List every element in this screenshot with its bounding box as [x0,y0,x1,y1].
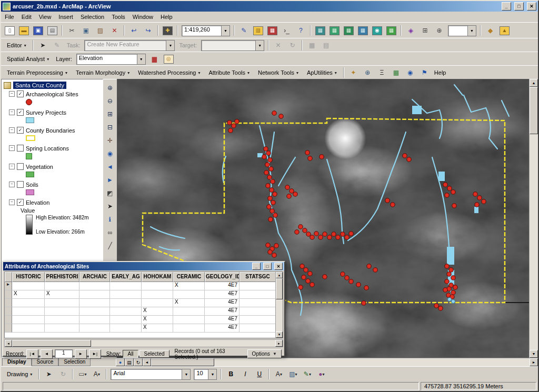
select-features-icon[interactable]: ◩ [104,187,117,199]
archaeological-site-marker[interactable] [362,301,366,305]
save-icon[interactable]: ▣ [32,24,45,37]
shape-tool-icon[interactable]: ▭▾ [76,368,89,380]
georeferencing-icon[interactable]: ▦ [314,24,327,37]
table-cell[interactable]: 4E7 [205,307,239,316]
map-scale-combo[interactable]: 1:419,260▼ [182,25,230,36]
italic-icon[interactable]: I [238,368,252,380]
archaeological-site-marker[interactable] [323,275,327,279]
attribute-table-titlebar[interactable]: Attributes of Archaeological Sites _ □ ✕ [3,262,284,270]
rotate-element-icon[interactable]: ↻ [56,368,69,380]
table-cell[interactable] [239,307,276,316]
archaeological-site-marker[interactable] [293,192,297,196]
globe-icon[interactable]: ◉ [404,66,417,79]
previous-record-button[interactable]: ◄ [41,349,53,359]
archaeological-site-marker[interactable] [447,272,451,276]
split-tool-icon[interactable]: ✕ [272,39,285,52]
table-cell[interactable] [79,282,110,290]
zoom-percent-combo[interactable]: ▼ [448,25,476,36]
task-combo-dropdown-icon[interactable]: ▼ [166,41,174,51]
flag-icon[interactable]: ⚑ [418,66,431,79]
fixed-zoom-out-icon[interactable]: ⊟ [104,121,117,134]
lock-icon[interactable]: ▲ [498,24,511,37]
survey-site-marker[interactable] [448,298,452,301]
archaeological-site-marker[interactable] [451,190,455,194]
arccatalog-icon[interactable]: ▥ [252,24,265,37]
archaeological-site-marker[interactable] [451,276,455,280]
column-header-hohokam[interactable]: HOHOKAM [142,272,173,282]
table-cell[interactable] [45,299,79,307]
attributes-dialog-icon[interactable]: ▦ [305,39,318,52]
row-selector[interactable] [5,307,12,316]
archaeological-site-marker[interactable] [268,158,272,162]
scroll-up-icon[interactable]: ▲ [530,79,538,87]
table-cell[interactable] [110,316,142,324]
table-cell[interactable]: X [173,299,205,307]
table-cell[interactable] [110,324,142,333]
archaeological-site-marker[interactable] [266,184,270,188]
bold-icon[interactable]: B [224,368,237,380]
archaeological-site-marker[interactable] [447,186,452,190]
archaeological-site-marker[interactable] [445,193,449,197]
archaeological-site-marker[interactable] [403,154,407,158]
archaeological-site-marker[interactable] [268,250,272,254]
target-combo-dropdown-icon[interactable]: ▼ [255,41,264,51]
archaeological-site-marker[interactable] [482,199,486,204]
paste-icon[interactable]: ▨ [94,24,107,37]
target-combo[interactable]: ▼ [201,40,264,51]
column-header-early_ag[interactable]: EARLY_AG [110,272,142,282]
attribute-table-window[interactable]: Attributes of Archaeological Sites _ □ ✕… [2,261,285,357]
toc-layer-soils[interactable]: −Soils [3,180,102,189]
font-combo-dropdown-icon[interactable]: ▼ [182,369,190,379]
table-cell[interactable] [45,307,79,316]
attr-horizontal-thumb[interactable] [12,340,91,347]
archaeological-site-marker[interactable] [235,119,239,124]
full-extent-icon[interactable]: ◉ [104,147,117,160]
table-cell[interactable] [173,324,205,333]
redo-icon[interactable]: ↪ [142,24,155,37]
table-cell[interactable] [173,290,205,299]
archaeological-site-marker[interactable] [345,235,349,239]
table-cell[interactable]: X [142,324,173,333]
editor-toolbar-icon[interactable]: ✎ [237,24,251,37]
column-header-historic[interactable]: HISTORIC [12,272,45,282]
last-record-button[interactable]: ►| [89,349,101,359]
font-combo[interactable]: Arial▼ [111,369,191,380]
delete-icon[interactable]: ✕ [108,24,121,37]
menu-view[interactable]: View [35,12,55,22]
archaeological-site-marker[interactable] [272,111,276,115]
zoom-in-icon[interactable]: ⊕ [104,82,117,94]
archaeological-site-marker[interactable] [266,243,270,247]
table-cell[interactable] [12,307,45,316]
table-cell[interactable] [239,290,276,299]
archaeological-site-marker[interactable] [306,232,311,236]
row-selector[interactable] [5,299,12,307]
arctoolbox-icon[interactable]: ▦ [266,24,279,37]
archaeological-site-marker[interactable] [336,235,340,239]
archaeological-site-marker[interactable] [271,179,275,184]
attr-close-button[interactable]: ✕ [274,263,283,270]
menu-selection[interactable]: Selection [77,12,108,22]
table-cell[interactable]: 4E7 [205,290,239,299]
archaeological-site-marker[interactable] [453,285,457,289]
font-size-combo[interactable]: 10▼ [194,369,217,380]
archaeological-site-marker[interactable] [318,235,323,239]
expander-icon[interactable]: − [9,109,15,115]
toc-layer-spring-locations[interactable]: −Spring Locations [3,144,102,153]
archaeological-site-marker[interactable] [264,170,268,175]
archaeological-site-marker[interactable] [443,288,447,292]
close-button[interactable]: ✕ [527,2,536,11]
archaeological-site-marker[interactable] [304,268,308,272]
table-cell[interactable]: 4E7 [205,324,239,333]
menu-tools[interactable]: Tools [108,12,129,22]
archaeological-site-marker[interactable] [332,232,336,236]
minimize-button[interactable]: _ [502,2,511,11]
archaeological-site-marker[interactable] [438,306,443,310]
table-cell[interactable] [239,324,276,333]
table-cell[interactable]: X [142,307,173,316]
archaeological-site-marker[interactable] [308,156,312,160]
archaeological-site-marker[interactable] [310,235,314,239]
expander-icon[interactable]: − [9,164,15,169]
expander-icon[interactable]: − [9,127,15,133]
archaeological-site-marker[interactable] [300,264,304,268]
archaeological-site-marker[interactable] [270,188,274,192]
